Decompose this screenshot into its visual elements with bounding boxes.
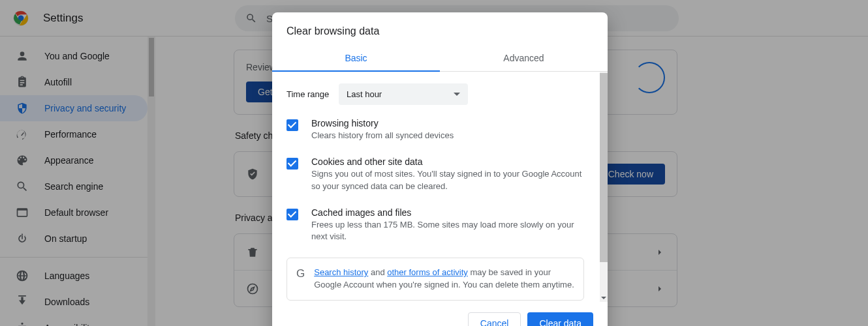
other-activity-link[interactable]: other forms of activity: [387, 267, 468, 277]
dialog-title: Clear browsing data: [272, 12, 608, 46]
clear-data-button[interactable]: Clear data: [527, 312, 593, 326]
dialog-tabs: Basic Advanced: [272, 46, 608, 72]
option-title: Browsing history: [311, 118, 454, 128]
google-g-icon: G: [296, 267, 305, 280]
option-sub: Clears history from all synced devices: [311, 130, 454, 142]
option-title: Cached images and files: [311, 207, 584, 218]
info-text: Search history and other forms of activi…: [314, 267, 574, 291]
dialog-scrollbar[interactable]: [600, 72, 608, 302]
dialog-footer: Cancel Clear data: [272, 302, 608, 326]
clear-browsing-data-dialog: Clear browsing data Basic Advanced Time …: [272, 12, 608, 326]
search-history-link[interactable]: Search history: [314, 267, 368, 277]
cancel-button[interactable]: Cancel: [468, 312, 521, 326]
option-title: Cookies and other site data: [311, 156, 584, 167]
time-range-label: Time range: [287, 89, 339, 99]
checkbox-checked-icon[interactable]: [287, 158, 298, 170]
option-sub: Signs you out of most sites. You'll stay…: [311, 168, 584, 193]
option-sub: Frees up less than 175 MB. Some sites ma…: [311, 219, 584, 244]
time-range-select[interactable]: Last hour: [339, 83, 468, 105]
tab-advanced[interactable]: Advanced: [440, 46, 608, 71]
tab-basic[interactable]: Basic: [272, 46, 440, 71]
checkbox-checked-icon[interactable]: [287, 209, 298, 220]
dialog-body: Time range Last hour Browsing history Cl…: [272, 72, 608, 302]
checkbox-checked-icon[interactable]: [287, 119, 298, 131]
option-browsing-history[interactable]: Browsing history Clears history from all…: [287, 118, 593, 142]
option-cached[interactable]: Cached images and files Frees up less th…: [287, 207, 593, 244]
option-cookies[interactable]: Cookies and other site data Signs you ou…: [287, 156, 593, 193]
info-banner: G Search history and other forms of acti…: [287, 258, 584, 301]
